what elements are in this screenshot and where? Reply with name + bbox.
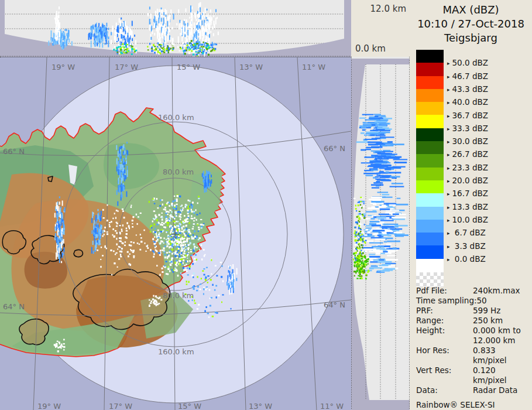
range-ring-label: 160.0 km [158, 347, 194, 356]
longitude-label-top: 15° W [177, 63, 200, 71]
legend-arrow-icon: ▸ [447, 191, 450, 197]
latitude-label-64n-right: 64° N [324, 300, 345, 309]
longitude-label-bottom: 11° W [320, 402, 344, 410]
product-header: MAX (dBZ) 10:10 / 27-Oct-2018 Teigsbjarg [410, 3, 532, 45]
longitude-label-bottom: 15° W [178, 402, 201, 410]
metadata-label: Height: [416, 326, 473, 346]
legend-threshold-label: ▸13.3 dBZ [447, 202, 488, 211]
legend-swatch [416, 193, 444, 206]
legend-threshold-label: ▸43.3 dBZ [447, 84, 488, 94]
legend-threshold-label: ▸46.7 dBZ [447, 71, 488, 81]
radar-map: 19° W17° W15° W13° W11° W19° W17° W15° W… [0, 57, 351, 410]
legend-swatch [416, 76, 444, 89]
latitude-label-66n-right: 66° N [324, 144, 345, 153]
metadata-label: Data: [416, 385, 473, 395]
legend-threshold-label: ▸20.0 dBZ [447, 176, 488, 185]
right-height-profile-panel [351, 57, 410, 410]
height-axis-max-label: 12.0 km [370, 4, 406, 14]
metadata-row: Vert Res:0.120 km/pixel [416, 365, 530, 385]
legend-threshold-label: ▸10.0 dBZ [447, 215, 488, 224]
metadata-value: 250 km [473, 316, 503, 326]
right-profile-plot [351, 57, 410, 410]
legend-threshold-label: ▸50.0 dBZ [447, 58, 488, 67]
legend-threshold-text: 40.0 dBZ [452, 97, 488, 107]
legend-threshold-text: 50.0 dBZ [452, 58, 488, 67]
legend-threshold-text: 36.7 dBZ [452, 111, 488, 120]
profile-axis-corner: 12.0 km 0.0 km [351, 0, 410, 57]
longitude-label-top: 13° W [239, 63, 263, 71]
legend-arrow-icon: ▸ [447, 165, 450, 171]
legend-arrow-icon: ▸ [447, 178, 450, 184]
legend-swatch [416, 63, 444, 76]
range-ring-label: 80.0 km [163, 291, 194, 300]
top-height-profile-panel [0, 0, 351, 57]
legend-threshold-label: ▸30.0 dBZ [447, 136, 488, 146]
legend-threshold-label: ▸26.7 dBZ [447, 149, 488, 159]
metadata-value: 0.000 km to 12.000 km [473, 326, 521, 346]
legend-threshold-label: ▸ 6.7 dBZ [447, 228, 486, 237]
legend-swatch [416, 233, 444, 245]
legend-threshold-text: 3.3 dBZ [452, 241, 486, 251]
dbz-color-legend: ▸50.0 dBZ▸46.7 dBZ▸43.3 dBZ▸40.0 dBZ▸36.… [410, 50, 532, 287]
legend-arrow-icon: ▸ [447, 87, 450, 93]
legend-swatch [416, 102, 444, 115]
legend-swatch [416, 207, 444, 220]
metadata-label: Hor Res: [416, 346, 473, 365]
legend-threshold-text: 0.0 dBZ [452, 254, 486, 264]
metadata-value: 0.833 km/pixel [473, 346, 530, 365]
legend-threshold-text: 6.7 dBZ [452, 228, 486, 237]
metadata-row: Hor Res:0.833 km/pixel [416, 346, 530, 365]
range-ring-label: 80.0 km [163, 168, 194, 176]
radar-map-panel: 19° W17° W15° W13° W11° W19° W17° W15° W… [0, 57, 351, 410]
vendor-line: Rainbow® SELEX-SI [416, 400, 530, 410]
legend-arrow-icon: ▸ [447, 74, 450, 80]
longitude-label-bottom: 17° W [109, 402, 132, 410]
legend-swatch [416, 180, 444, 193]
metadata-row: PRF:599 Hz [416, 306, 530, 316]
legend-swatch [416, 128, 444, 141]
legend-swatch [416, 220, 444, 233]
legend-threshold-text: 10.0 dBZ [452, 215, 488, 224]
radar-application-window: 12.0 km 0.0 km [0, 0, 532, 410]
legend-threshold-label: ▸40.0 dBZ [447, 97, 488, 107]
legend-threshold-label: ▸16.7 dBZ [447, 189, 488, 198]
metadata-row: Time sampling:50 [416, 296, 530, 306]
info-sidebar: MAX (dBZ) 10:10 / 27-Oct-2018 Teigsbjarg… [410, 0, 532, 410]
legend-swatch [416, 168, 444, 180]
metadata-label: Range: [416, 316, 473, 326]
legend-threshold-text: 46.7 dBZ [452, 71, 488, 81]
latitude-label-66n-left: 66° N [3, 147, 25, 156]
legend-threshold-text: 20.0 dBZ [452, 176, 488, 185]
metadata-row: Range:250 km [416, 316, 530, 326]
legend-threshold-label: ▸36.7 dBZ [447, 111, 488, 120]
legend-swatch-transparent [416, 272, 444, 287]
range-ring-label: 160.0 km [158, 113, 194, 122]
legend-arrow-icon: ▸ [447, 60, 450, 66]
legend-swatch [416, 154, 444, 167]
legend-arrow-icon: ▸ [447, 113, 450, 119]
legend-arrow-icon: ▸ [447, 139, 450, 145]
metadata-label: Pdf File: [416, 286, 473, 296]
product-name: MAX (dBZ) [410, 3, 532, 17]
legend-swatch [416, 115, 444, 128]
legend-arrow-icon: ▸ [447, 217, 450, 223]
legend-threshold-text: 23.3 dBZ [452, 163, 488, 172]
legend-threshold-text: 16.7 dBZ [452, 189, 488, 198]
metadata-row: Height:0.000 km to 12.000 km [416, 326, 530, 346]
legend-arrow-icon: ▸ [447, 126, 450, 132]
product-metadata: Pdf File:240km.maxTime sampling:50PRF:59… [416, 286, 530, 410]
legend-threshold-text: 26.7 dBZ [452, 149, 488, 159]
legend-arrow-icon: ▸ [447, 152, 450, 158]
latitude-label-64n-left: 64° N [3, 302, 25, 311]
longitude-label-top: 17° W [115, 63, 138, 71]
legend-arrow-icon: ▸ [447, 230, 450, 236]
legend-threshold-label: ▸23.3 dBZ [447, 163, 488, 172]
top-profile-plot [0, 0, 351, 57]
legend-swatch [416, 50, 444, 63]
legend-threshold-text: 13.3 dBZ [452, 202, 488, 211]
legend-threshold-label: ▸ 3.3 dBZ [447, 241, 486, 251]
metadata-value: 240km.max [473, 286, 520, 296]
legend-swatch-column [416, 50, 444, 287]
height-axis-min-label: 0.0 km [355, 43, 386, 54]
legend-threshold-text: 30.0 dBZ [452, 136, 488, 146]
